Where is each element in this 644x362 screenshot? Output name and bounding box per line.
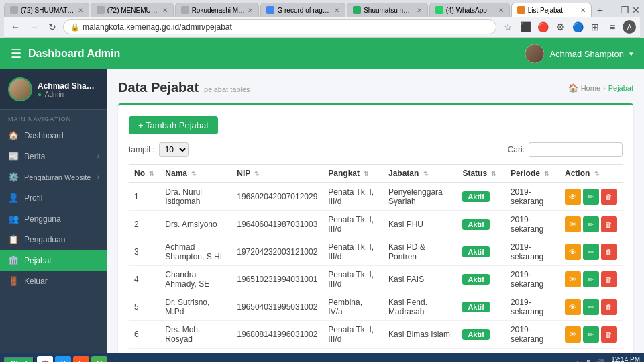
tab-close-3[interactable]: ✕ [248, 7, 253, 14]
edit-button[interactable]: ✏ [583, 216, 599, 232]
sort-jabatan[interactable]: ⇅ [423, 171, 429, 177]
restore-btn[interactable]: ❐ [621, 5, 629, 15]
start-label: Start [11, 359, 28, 362]
content-area: Data Pejabat pejabat tables 🏠 Home › Pej… [107, 69, 644, 353]
view-button[interactable]: 👁 [565, 326, 581, 343]
table-row: 4 Chandra Ahmady, SE 196510231994031001 … [129, 266, 623, 293]
tab-close-7[interactable]: ✕ [580, 7, 586, 14]
tab-1[interactable]: (72) SHUUMATSU N... ✕ [4, 3, 89, 17]
tab-7[interactable]: List Pejabat ✕ [511, 3, 592, 17]
back-button[interactable]: ← [8, 20, 23, 34]
refresh-button[interactable]: ↻ [46, 20, 59, 34]
pengaduan-icon: 📋 [8, 234, 19, 244]
status-badge: Aktif [462, 246, 489, 257]
view-button[interactable]: 👁 [565, 244, 581, 260]
taskbar-chrome[interactable] [37, 356, 53, 362]
sidebar-item-label-pengaturan: Pengaturan Website [24, 173, 91, 181]
delete-button[interactable]: 🗑 [601, 326, 617, 343]
edit-button[interactable]: ✏ [583, 271, 599, 287]
cell-no: 3 [129, 238, 160, 266]
ext-btn-1[interactable]: ⬛ [518, 19, 533, 34]
profile-circle[interactable]: A [623, 20, 636, 34]
delete-button[interactable]: 🗑 [601, 271, 617, 287]
page-subtitle: pejabat tables [204, 85, 250, 93]
pengguna-icon: 👥 [8, 214, 19, 224]
breadcrumb-current: Pejabat [608, 84, 633, 92]
tab-6[interactable]: (4) WhatsApp ✕ [429, 3, 510, 17]
tab-close-4[interactable]: ✕ [334, 7, 339, 14]
taskbar-app-green[interactable]: M [91, 356, 107, 362]
sort-pangkat[interactable]: ⇅ [364, 171, 369, 177]
edit-button[interactable]: ✏ [583, 244, 599, 260]
tab-2[interactable]: (72) MENEMUKAN:... ✕ [91, 3, 174, 17]
tab-close-6[interactable]: ✕ [498, 7, 504, 14]
sidebar-nav-label: MAIN NAVIGATION [0, 110, 107, 125]
top-bar-right: Achmad Shampton ▾ [525, 44, 633, 63]
delete-button[interactable]: 🗑 [601, 244, 617, 260]
top-bar-dropdown-icon[interactable]: ▾ [629, 50, 633, 58]
ext-btn-5[interactable]: ⊞ [588, 19, 602, 34]
table-body: 1 Dra. Nurul Istiqomah 19680204200701202… [129, 183, 623, 353]
delete-button[interactable]: 🗑 [601, 216, 617, 232]
sidebar-item-dashboard[interactable]: 🏠 Dashboard [0, 125, 107, 146]
hamburger-icon[interactable]: ☰ [11, 46, 21, 61]
sidebar-item-pengguna[interactable]: 👥 Pengguna [0, 208, 107, 229]
address-bar[interactable]: 🔒 malangkota.kemenag.go.id/admin/pejabat [63, 19, 496, 34]
table-row: 2 Drs. Amsiyono 196406041987031003 Penat… [129, 211, 623, 238]
sort-action[interactable]: ⇅ [594, 171, 600, 177]
edit-button[interactable]: ✏ [583, 189, 599, 205]
ext-btn-4[interactable]: 🔵 [570, 19, 585, 34]
view-button[interactable]: 👁 [565, 216, 581, 232]
tab-label-7: List Pejabat [528, 7, 563, 14]
cell-action: 👁 ✏ 🗑 [559, 321, 623, 349]
view-button[interactable]: 👁 [565, 189, 581, 205]
sort-status[interactable]: ⇅ [491, 171, 496, 177]
cell-no: 4 [129, 266, 160, 293]
ext-btn-2[interactable]: 🔴 [535, 19, 550, 34]
table-row: 6 Drs. Moh. Rosyad 196808141996031002 Pe… [129, 321, 623, 349]
sidebar-item-keluar[interactable]: 🚪 Keluar [0, 271, 107, 291]
tampil-text: tampil : [129, 145, 155, 154]
tab-close-1[interactable]: ✕ [78, 7, 83, 14]
sidebar-item-pengaduan[interactable]: 📋 Pengaduan [0, 229, 107, 250]
sys-icon-3: 🔊 [595, 359, 605, 362]
new-tab-button[interactable]: + [593, 5, 607, 17]
taskbar-app-orange[interactable]: H [73, 356, 89, 362]
sort-nip[interactable]: ⇅ [254, 171, 260, 177]
minimize-btn[interactable]: — [608, 5, 618, 15]
tab-4[interactable]: G record of ragnarok... ✕ [260, 3, 345, 17]
tab-close-5[interactable]: ✕ [417, 7, 422, 14]
cell-jabatan: Kasi PHU [383, 211, 457, 238]
bookmark-star-btn[interactable]: ☆ [500, 19, 515, 34]
tampil-select[interactable]: 10 25 50 [159, 142, 189, 157]
edit-button[interactable]: ✏ [583, 299, 599, 315]
sidebar-item-profil[interactable]: 👤 Profil [0, 187, 107, 208]
sort-no[interactable]: ⇅ [149, 171, 154, 177]
sort-periode[interactable]: ⇅ [544, 171, 549, 177]
cell-pangkat: Penata Tk. I, III/d [323, 321, 383, 349]
app-wrapper: ☰ Dashboard Admin Achmad Shampton ▾ Achm… [0, 38, 644, 353]
cell-status: Aktif [457, 211, 505, 238]
ext-btn-6[interactable]: ≡ [605, 19, 620, 34]
taskbar-app-blue[interactable]: S [55, 356, 71, 362]
search-input[interactable] [529, 142, 623, 157]
close-btn[interactable]: ✕ [632, 5, 640, 15]
sidebar-user: Achmad Shampton ● Admin [0, 69, 107, 110]
tab-3[interactable]: Rokudenashi Majuts... ✕ [175, 3, 260, 17]
view-button[interactable]: 👁 [565, 299, 581, 315]
ext-btn-3[interactable]: ⚙ [553, 19, 568, 34]
delete-button[interactable]: 🗑 [601, 189, 617, 205]
add-pejabat-button[interactable]: + Tambah Pejabat [129, 116, 218, 134]
sort-nama[interactable]: ⇅ [191, 171, 197, 177]
sidebar-item-berita[interactable]: 📰 Berita › [0, 146, 107, 167]
forward-button[interactable]: → [27, 20, 42, 34]
start-button[interactable]: Start [4, 357, 34, 362]
edit-button[interactable]: ✏ [583, 326, 599, 343]
sidebar-item-pengaturan[interactable]: ⚙️ Pengaturan Website › [0, 167, 107, 187]
cell-nama: Drs. Amsiyono [160, 211, 231, 238]
view-button[interactable]: 👁 [565, 271, 581, 287]
delete-button[interactable]: 🗑 [601, 299, 617, 315]
sidebar-item-pejabat[interactable]: 🏛️ Pejabat [0, 250, 107, 271]
tab-5[interactable]: Shuumatsu no Wei... ✕ [347, 3, 427, 17]
tab-close-2[interactable]: ✕ [162, 7, 168, 14]
